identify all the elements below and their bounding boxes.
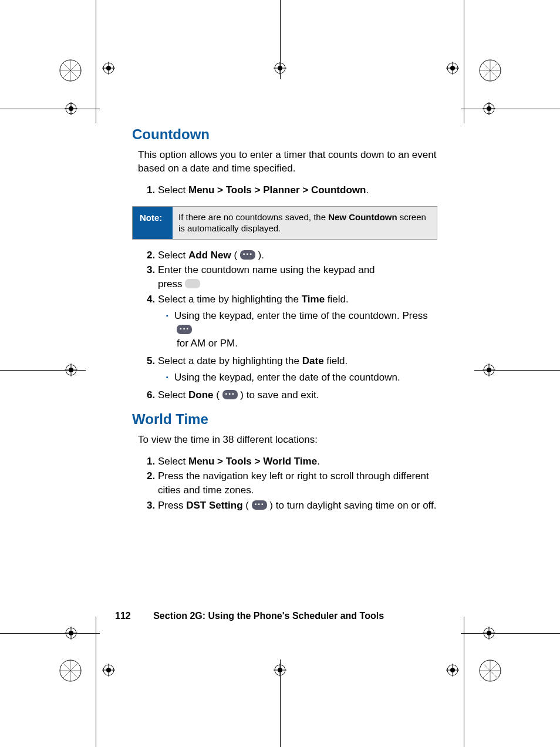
text: Using the keypad, enter the time of the … <box>174 310 428 321</box>
text: ( <box>231 250 240 261</box>
sub-item: Using the keypad, enter the date of the … <box>177 371 437 385</box>
text: Press <box>158 500 186 511</box>
softkey-icon <box>252 500 267 510</box>
step-item: Select a date by highlighting the Date f… <box>158 354 437 388</box>
softkey-icon <box>177 325 192 334</box>
heading-countdown: Countdown <box>132 126 437 143</box>
sub-list: Using the keypad, enter the time of the … <box>158 309 437 351</box>
step-item: Select Menu > Tools > Planner > Countdow… <box>158 183 437 198</box>
text: field. <box>325 294 349 305</box>
step-item: Select Add New ( ). <box>158 248 437 263</box>
text: Select <box>158 184 188 196</box>
registration-mark-icon <box>274 664 286 677</box>
page-footer: 112 Section 2G: Using the Phone's Schedu… <box>115 611 384 621</box>
step-item: Enter the countdown name using the keypa… <box>158 263 437 292</box>
registration-mark-icon <box>483 627 495 640</box>
text: ) to turn daylight saving time on or off… <box>267 500 437 511</box>
text-bold: Add New <box>188 250 231 261</box>
text: Select a time by highlighting the <box>158 294 302 305</box>
registration-mark-icon <box>274 62 286 75</box>
text: Select <box>158 456 188 467</box>
section-label: Section 2G: Using the Phone's Scheduler … <box>153 611 384 621</box>
page-number: 112 <box>115 611 131 621</box>
registration-mark-icon <box>446 62 459 75</box>
crop-mark <box>464 617 464 747</box>
text: ) to save and exit. <box>238 389 319 401</box>
note-box: Note: If there are no countdowns saved, … <box>132 206 437 240</box>
registration-mark-icon <box>102 62 115 75</box>
registration-mark-icon <box>483 364 495 376</box>
ornament-icon <box>478 59 502 82</box>
intro-world-time: To view the time in 38 different locatio… <box>138 433 437 447</box>
countdown-steps-cont: Select Add New ( ). Enter the countdown … <box>138 248 437 403</box>
crop-mark <box>461 109 560 109</box>
crop-mark <box>464 0 464 123</box>
crop-mark <box>0 633 100 634</box>
sub-item: Using the keypad, enter the time of the … <box>177 309 437 351</box>
crop-mark <box>461 633 560 634</box>
countdown-steps: Select Menu > Tools > Planner > Countdow… <box>138 183 437 198</box>
text: Select a date by highlighting the <box>158 355 302 366</box>
text-bold: Date <box>302 355 324 366</box>
ornament-icon <box>478 659 502 682</box>
ok-key-icon <box>185 279 200 288</box>
crop-mark <box>96 617 96 747</box>
step-item: Select a time by highlighting the Time f… <box>158 292 437 354</box>
registration-mark-icon <box>446 664 459 677</box>
sub-list: Using the keypad, enter the date of the … <box>158 371 437 385</box>
text-bold: Done <box>188 389 214 401</box>
registration-mark-icon <box>65 364 77 376</box>
text: for AM or PM. <box>177 338 238 349</box>
text: Enter the countdown name using the keypa… <box>158 264 375 275</box>
text-bold: Menu > Tools > World Time <box>188 456 317 467</box>
step-item: Select Menu > Tools > World Time. <box>158 454 437 469</box>
crop-mark <box>0 109 100 109</box>
note-text: If there are no countdowns saved, the Ne… <box>173 207 437 239</box>
text-bold: Menu > Tools > Planner > Countdown <box>188 184 366 196</box>
registration-mark-icon <box>102 664 115 677</box>
text-bold: Time <box>302 294 325 305</box>
text: Select <box>158 389 188 401</box>
step-item: Press the navigation key left or right t… <box>158 469 437 498</box>
step-item: Select Done ( ) to save and exit. <box>158 388 437 403</box>
registration-mark-icon <box>65 102 77 115</box>
registration-mark-icon <box>65 627 77 640</box>
text: field. <box>324 355 348 366</box>
ornament-icon <box>59 59 82 82</box>
softkey-icon <box>240 250 255 260</box>
intro-countdown: This option allows you to enter a timer … <box>138 149 437 176</box>
text: . <box>366 184 369 196</box>
note-label: Note: <box>133 207 173 239</box>
heading-world-time: World Time <box>132 411 437 428</box>
text-bold: DST Setting <box>186 500 242 511</box>
text: . <box>317 456 320 467</box>
ornament-icon <box>59 659 82 682</box>
text: ( <box>213 389 222 401</box>
softkey-icon <box>222 390 238 399</box>
text: ( <box>243 500 252 511</box>
text: press <box>158 278 185 290</box>
text: If there are no countdowns saved, the <box>178 212 328 222</box>
text: ). <box>255 250 264 261</box>
world-time-steps: Select Menu > Tools > World Time. Press … <box>138 454 437 513</box>
text-bold: New Countdown <box>328 212 397 222</box>
step-item: Press DST Setting ( ) to turn daylight s… <box>158 498 437 513</box>
registration-mark-icon <box>483 102 495 115</box>
crop-mark <box>96 0 96 123</box>
page-content: Countdown This option allows you to ente… <box>132 126 437 521</box>
text: Select <box>158 250 188 261</box>
